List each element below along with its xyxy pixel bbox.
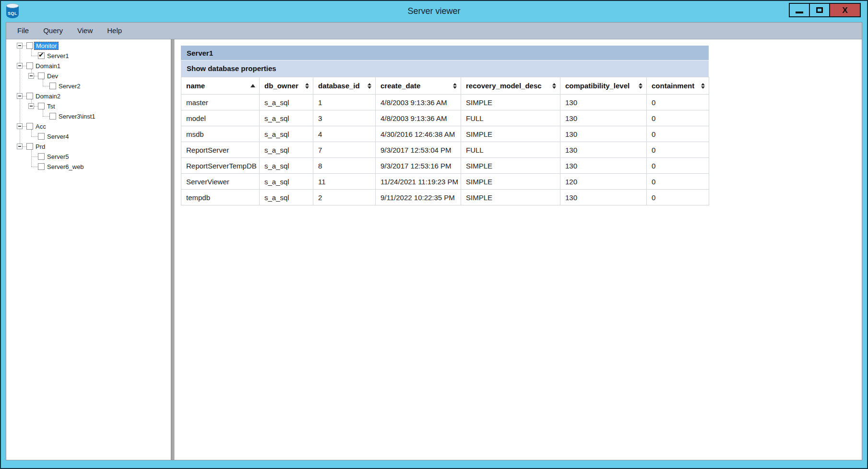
cell-recovery-model-desc[interactable]: SIMPLE (461, 126, 560, 142)
table-row-msdb[interactable]: msdbs_a_sql44/30/2016 12:46:38 AMSIMPLE1… (181, 126, 709, 142)
tree-collapse-minus-icon[interactable] (17, 144, 23, 149)
tree-node-server2[interactable]: Server2 (6, 81, 171, 91)
cell-containment[interactable]: 0 (647, 95, 709, 110)
cell-recovery-model-desc[interactable]: SIMPLE (461, 190, 560, 205)
cell-create-date[interactable]: 4/30/2016 12:46:38 AM (376, 126, 461, 142)
column-header-name[interactable]: name (181, 77, 260, 95)
tree-node-domain1[interactable]: Domain1 (6, 61, 171, 71)
tree-node-tst[interactable]: Tst (6, 101, 171, 111)
cell-db-owner[interactable]: s_a_sql (260, 142, 313, 158)
tree-checkbox-server6-web[interactable] (38, 163, 45, 170)
tree-node-acc[interactable]: Acc (6, 121, 171, 132)
cell-containment[interactable]: 0 (647, 142, 709, 158)
tree-checkbox-prd[interactable] (26, 143, 33, 150)
cell-database-id[interactable]: 3 (313, 110, 376, 126)
tree-node-label[interactable]: Server3\inst1 (57, 112, 97, 120)
tree-collapse-minus-icon[interactable] (17, 123, 23, 129)
cell-compatibility-level[interactable]: 130 (560, 190, 647, 205)
tree-collapse-minus-icon[interactable] (17, 63, 23, 69)
tree-checkbox-server3-inst1[interactable] (49, 113, 56, 120)
column-header-compatibility-level[interactable]: compatibility_level (560, 77, 647, 95)
cell-db-owner[interactable]: s_a_sql (260, 126, 313, 142)
cell-database-id[interactable]: 1 (313, 95, 376, 110)
tree-collapse-minus-icon[interactable] (17, 93, 23, 99)
tree-node-server6-web[interactable]: Server6_web (6, 162, 171, 172)
tree-node-label[interactable]: Prd (34, 143, 47, 151)
cell-recovery-model-desc[interactable]: SIMPLE (461, 174, 560, 190)
tree-checkbox-server5[interactable] (38, 153, 45, 160)
table-row-model[interactable]: models_a_sql34/8/2003 9:13:36 AMFULL1300 (181, 110, 709, 126)
tree-checkbox-dev[interactable] (38, 72, 45, 79)
cell-create-date[interactable]: 4/8/2003 9:13:36 AM (376, 110, 461, 126)
column-header-db-owner[interactable]: db_owner (260, 77, 313, 95)
cell-recovery-model-desc[interactable]: FULL (461, 142, 560, 158)
table-row-reportserver[interactable]: ReportServers_a_sql79/3/2017 12:53:04 PM… (181, 142, 709, 158)
tree-node-label[interactable]: Dev (46, 72, 59, 80)
cell-db-owner[interactable]: s_a_sql (260, 190, 313, 205)
cell-recovery-model-desc[interactable]: SIMPLE (461, 95, 560, 110)
tree-checkbox-monitor[interactable] (26, 42, 33, 49)
tree-node-prd[interactable]: Prd (6, 142, 171, 152)
tree-collapse-minus-icon[interactable] (28, 73, 34, 79)
cell-db-owner[interactable]: s_a_sql (260, 158, 313, 174)
close-button[interactable]: X (829, 3, 861, 17)
tree-node-monitor[interactable]: Monitor (6, 41, 171, 51)
table-row-tempdb[interactable]: tempdbs_a_sql29/11/2022 10:22:35 PMSIMPL… (181, 190, 709, 205)
tree-checkbox-server4[interactable] (38, 133, 45, 140)
section-header[interactable]: Show database properties (181, 60, 709, 77)
table-row-master[interactable]: masters_a_sql14/8/2003 9:13:36 AMSIMPLE1… (181, 95, 709, 110)
cell-name[interactable]: master (181, 95, 260, 110)
tree-node-label[interactable]: Server5 (46, 153, 71, 161)
cell-name[interactable]: ReportServerTempDB (181, 158, 260, 174)
maximize-button[interactable] (809, 3, 830, 17)
cell-create-date[interactable]: 9/3/2017 12:53:04 PM (376, 142, 461, 158)
cell-name[interactable]: ServerViewer (181, 174, 260, 190)
cell-database-id[interactable]: 2 (313, 190, 376, 205)
tree-node-server4[interactable]: Server4 (6, 132, 171, 142)
cell-name[interactable]: model (181, 110, 260, 126)
tree-node-label[interactable]: Domain2 (34, 92, 62, 100)
cell-compatibility-level[interactable]: 130 (560, 126, 647, 142)
menu-item-query[interactable]: Query (36, 23, 70, 39)
titlebar[interactable]: SQL Server viewer X (1, 1, 867, 21)
cell-compatibility-level[interactable]: 130 (560, 110, 647, 126)
tree-node-label[interactable]: Tst (46, 102, 57, 110)
cell-create-date[interactable]: 9/3/2017 12:53:16 PM (376, 158, 461, 174)
cell-compatibility-level[interactable]: 130 (560, 158, 647, 174)
splitter-handle[interactable] (171, 39, 175, 460)
tree-node-server1[interactable]: ✔Server1 (6, 51, 171, 61)
cell-compatibility-level[interactable]: 120 (560, 174, 647, 190)
cell-database-id[interactable]: 7 (313, 142, 376, 158)
minimize-button[interactable] (789, 3, 810, 17)
cell-containment[interactable]: 0 (647, 110, 709, 126)
tree-node-label[interactable]: Server1 (46, 52, 71, 60)
menu-item-view[interactable]: View (70, 23, 100, 39)
cell-name[interactable]: tempdb (181, 190, 260, 205)
tree-node-label[interactable]: Server4 (46, 132, 71, 141)
cell-db-owner[interactable]: s_a_sql (260, 174, 313, 190)
tree-node-dev[interactable]: Dev (6, 71, 171, 81)
cell-create-date[interactable]: 11/24/2021 11:19:23 PM (376, 174, 461, 190)
table-row-serverviewer[interactable]: ServerViewers_a_sql1111/24/2021 11:19:23… (181, 174, 709, 190)
tree-checkbox-server1[interactable]: ✔ (38, 52, 45, 59)
cell-database-id[interactable]: 11 (313, 174, 376, 190)
tree-node-label[interactable]: Domain1 (34, 62, 62, 70)
menu-item-help[interactable]: Help (100, 23, 129, 39)
column-header-containment[interactable]: containment (647, 77, 709, 95)
cell-compatibility-level[interactable]: 130 (560, 142, 647, 158)
tree-checkbox-acc[interactable] (26, 123, 33, 130)
tree-node-server3-inst1[interactable]: Server3\inst1 (6, 111, 171, 121)
column-header-database-id[interactable]: database_id (313, 77, 376, 95)
tree-checkbox-tst[interactable] (38, 103, 45, 109)
tree-collapse-minus-icon[interactable] (17, 43, 23, 48)
tree-node-domain2[interactable]: Domain2 (6, 91, 171, 101)
cell-containment[interactable]: 0 (647, 190, 709, 205)
menu-item-file[interactable]: File (10, 23, 36, 39)
tree-checkbox-domain2[interactable] (26, 93, 33, 99)
column-header-recovery-model-desc[interactable]: recovery_model_desc (461, 77, 560, 95)
cell-db-owner[interactable]: s_a_sql (260, 110, 313, 126)
cell-name[interactable]: ReportServer (181, 142, 260, 158)
tree-node-label[interactable]: Server6_web (46, 163, 85, 171)
cell-recovery-model-desc[interactable]: FULL (461, 110, 560, 126)
cell-recovery-model-desc[interactable]: SIMPLE (461, 158, 560, 174)
